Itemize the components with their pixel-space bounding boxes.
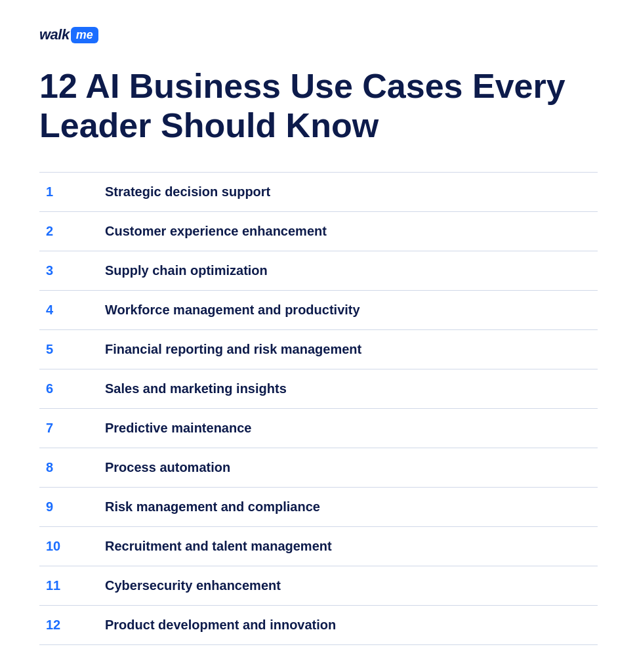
item-label: Risk management and compliance: [85, 499, 320, 514]
item-label: Workforce management and productivity: [85, 303, 360, 318]
item-label: Sales and marketing insights: [85, 381, 287, 396]
item-number: 12: [39, 618, 85, 633]
item-number: 8: [39, 460, 85, 475]
item-number: 4: [39, 303, 85, 318]
list-item: 3Supply chain optimization: [39, 251, 598, 291]
logo-container: walk me: [39, 26, 598, 43]
item-number: 2: [39, 224, 85, 239]
list-item: 6Sales and marketing insights: [39, 369, 598, 409]
item-number: 9: [39, 499, 85, 514]
item-label: Recruitment and talent management: [85, 539, 332, 554]
logo: walk me: [39, 26, 98, 43]
list-item: 11Cybersecurity enhancement: [39, 566, 598, 606]
item-number: 1: [39, 184, 85, 200]
list-item: 10Recruitment and talent management: [39, 527, 598, 566]
logo-walk-text: walk: [39, 26, 70, 43]
item-label: Strategic decision support: [85, 184, 270, 200]
page-container: walk me 12 AI Business Use Cases Every L…: [0, 0, 637, 672]
list-item: 9Risk management and compliance: [39, 488, 598, 527]
use-cases-list: 1Strategic decision support2Customer exp…: [39, 172, 598, 645]
list-item: 1Strategic decision support: [39, 172, 598, 212]
list-item: 5Financial reporting and risk management: [39, 330, 598, 369]
list-item: 4Workforce management and productivity: [39, 291, 598, 330]
list-item: 7Predictive maintenance: [39, 409, 598, 448]
item-number: 3: [39, 263, 85, 278]
item-label: Predictive maintenance: [85, 421, 251, 436]
page-title: 12 AI Business Use Cases Every Leader Sh…: [39, 67, 577, 146]
item-label: Supply chain optimization: [85, 263, 268, 278]
list-item: 8Process automation: [39, 448, 598, 488]
item-label: Process automation: [85, 460, 230, 475]
item-label: Financial reporting and risk management: [85, 342, 361, 357]
item-label: Cybersecurity enhancement: [85, 578, 281, 593]
item-number: 7: [39, 421, 85, 436]
list-item: 12Product development and innovation: [39, 606, 598, 645]
item-number: 10: [39, 539, 85, 554]
item-number: 11: [39, 578, 85, 593]
logo-me-badge: me: [71, 27, 98, 43]
item-label: Product development and innovation: [85, 618, 336, 633]
item-number: 6: [39, 381, 85, 396]
item-number: 5: [39, 342, 85, 357]
item-label: Customer experience enhancement: [85, 224, 327, 239]
list-item: 2Customer experience enhancement: [39, 212, 598, 251]
